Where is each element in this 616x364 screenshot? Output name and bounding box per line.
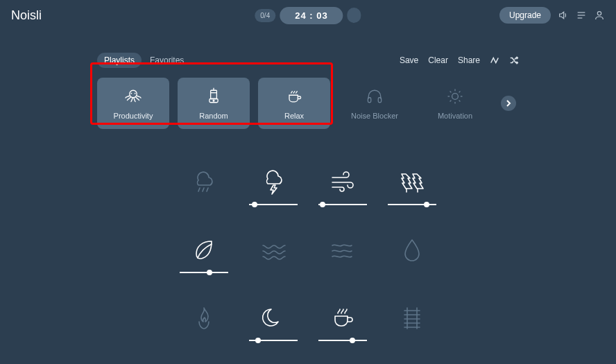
sound-slider[interactable] <box>180 269 228 276</box>
oscillate-icon[interactable] <box>490 55 499 65</box>
sound-slider[interactable] <box>388 201 436 208</box>
tab-playlists[interactable]: Playlists <box>97 53 142 68</box>
svg-line-22 <box>450 101 452 102</box>
sun-icon <box>445 87 465 106</box>
svg-point-5 <box>597 12 601 15</box>
svg-line-24 <box>198 188 200 191</box>
waves-icon <box>259 236 288 263</box>
sound-slider[interactable] <box>249 201 298 208</box>
playlist-label: Relax <box>284 112 304 120</box>
playlist-motivation[interactable]: Motivation <box>419 78 491 129</box>
playlist-next-button[interactable] <box>501 96 516 111</box>
sound-slider[interactable] <box>318 201 367 208</box>
rain-icon <box>189 168 219 196</box>
timer-group: 0/4 24 : 03 <box>255 7 361 24</box>
playlist-noise-blocker[interactable]: Noise Blocker <box>339 78 411 129</box>
sound-leaves[interactable] <box>169 236 239 298</box>
thunder-icon <box>259 168 288 196</box>
stream-icon <box>328 236 357 263</box>
sound-fire[interactable] <box>169 304 239 364</box>
svg-rect-9 <box>211 90 217 98</box>
svg-point-6 <box>130 90 137 98</box>
drop-icon <box>397 236 427 263</box>
playlist-label: Noise Blocker <box>351 112 398 120</box>
moon-icon <box>259 304 288 331</box>
svg-line-20 <box>450 92 452 93</box>
svg-line-25 <box>203 188 204 191</box>
playlist-cards: Productivity Random Relax Noise Blocker … <box>0 78 616 129</box>
shuffle-icon[interactable] <box>509 55 519 65</box>
svg-point-11 <box>213 100 214 101</box>
svg-rect-10 <box>209 99 218 103</box>
sound-waves[interactable] <box>239 236 308 298</box>
header-right: Upgrade <box>499 7 605 24</box>
train-tracks-icon <box>397 304 427 331</box>
octopus-icon <box>123 87 144 106</box>
playlist-label: Random <box>199 112 228 120</box>
sound-coffee[interactable] <box>308 304 377 364</box>
tab-favorites[interactable]: Favorites <box>143 53 191 68</box>
forest-icon <box>397 168 427 196</box>
sound-wind[interactable] <box>308 168 377 230</box>
sound-grid <box>0 168 616 364</box>
svg-point-8 <box>135 93 136 94</box>
sound-water-drop[interactable] <box>377 236 447 298</box>
list-icon[interactable] <box>576 10 587 21</box>
session-count[interactable]: 0/4 <box>255 9 275 22</box>
fire-icon <box>189 304 219 331</box>
sound-slider[interactable] <box>249 337 298 344</box>
svg-line-23 <box>459 92 461 93</box>
user-icon[interactable] <box>594 10 605 21</box>
playlist-relax[interactable]: Relax <box>258 78 330 129</box>
svg-line-26 <box>207 188 208 191</box>
save-button[interactable]: Save <box>400 55 418 65</box>
sound-train[interactable] <box>377 304 447 364</box>
playlist-toolbar: Playlists Favorites Save Clear Share <box>0 51 616 69</box>
pause-button[interactable] <box>348 8 361 23</box>
svg-point-7 <box>131 93 132 94</box>
sound-slider[interactable] <box>318 337 367 344</box>
sound-night[interactable] <box>239 304 308 364</box>
playlist-label: Productivity <box>114 112 153 120</box>
volume-icon[interactable] <box>558 10 569 21</box>
sound-stream[interactable] <box>308 236 377 298</box>
svg-line-21 <box>459 101 461 102</box>
clear-button[interactable]: Clear <box>428 55 448 65</box>
blender-icon <box>203 87 224 106</box>
coffee-icon <box>328 304 357 331</box>
sound-forest[interactable] <box>377 168 447 230</box>
playlist-random[interactable]: Random <box>178 78 250 129</box>
svg-rect-13 <box>368 98 370 103</box>
timer-display[interactable]: 24 : 03 <box>280 7 343 24</box>
svg-marker-27 <box>271 185 277 194</box>
headphones-icon <box>364 87 385 106</box>
share-button[interactable]: Share <box>458 55 480 65</box>
tea-cup-icon <box>284 87 305 106</box>
sound-thunder[interactable] <box>239 168 308 230</box>
wind-icon <box>328 168 357 196</box>
upgrade-button[interactable]: Upgrade <box>499 7 551 24</box>
app-logo[interactable]: Noisli <box>11 8 42 23</box>
leaf-icon <box>189 236 219 263</box>
svg-rect-14 <box>378 98 381 103</box>
playlist-label: Motivation <box>438 112 472 120</box>
playlist-productivity[interactable]: Productivity <box>97 78 169 129</box>
sound-rain[interactable] <box>169 168 239 230</box>
app-header: Noisli 0/4 24 : 03 Upgrade <box>0 0 616 31</box>
svg-point-15 <box>452 94 459 100</box>
